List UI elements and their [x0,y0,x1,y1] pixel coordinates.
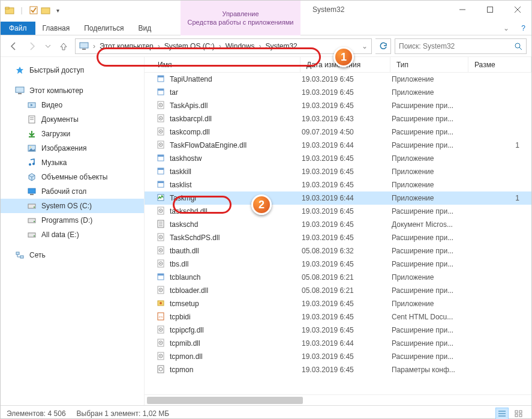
file-row[interactable]: <>tcpbidi19.03.2019 6:45Cent HTML Docu..… [145,310,531,324]
file-type: Приложение [392,154,470,163]
nav-item[interactable]: All data (E:) [1,228,144,242]
tab-share[interactable]: Поделиться [77,22,131,35]
tab-view[interactable]: Вид [131,22,158,35]
svg-point-61 [160,210,161,211]
file-row[interactable]: taskcomp.dll09.07.2019 4:50Расширение пр… [145,125,531,139]
nav-item[interactable]: Объемные объекты [1,170,144,184]
qat-folder-icon[interactable] [40,5,51,16]
file-type: Расширение при... [392,101,470,110]
chevron-right-icon[interactable]: › [91,42,97,50]
crumb-windows[interactable]: Windows [226,42,255,50]
nav-item[interactable]: Загрузки [1,127,144,141]
search-icon[interactable] [514,42,522,50]
nav-item[interactable]: Рабочий стол [1,184,144,199]
qat-checked-icon[interactable] [28,5,39,16]
address-bar[interactable]: › Этот компьютер › System OS (C:) › Wind… [75,38,372,54]
horizontal-scrollbar[interactable] [145,394,531,405]
ribbon-collapse-icon[interactable]: ⌄ [497,22,515,35]
nav-network[interactable]: Сеть [1,248,144,262]
back-button[interactable] [5,38,21,54]
nav-item[interactable]: Изображения [1,141,144,155]
qat-dropdown-icon[interactable]: ▾ [52,5,63,16]
chevron-right-icon[interactable]: › [257,42,263,50]
col-type[interactable]: Тип [390,57,468,72]
file-row[interactable]: taskschd.dll19.03.2019 6:45Расширение пр… [145,205,531,218]
svg-text:<>: <> [158,315,163,319]
file-name: taskcomp.dll [170,128,210,136]
recent-dropdown[interactable] [44,38,52,54]
svg-rect-39 [158,89,164,91]
minimize-button[interactable] [449,1,476,19]
ribbon: Файл Главная Поделиться Вид ⌄ ? [1,20,531,35]
nav-item[interactable]: Музыка [1,155,144,170]
nav-item[interactable]: Programms (D:) [1,213,144,228]
nav-item[interactable]: System OS (C:) [1,199,144,213]
file-name: tcblaunch [170,273,200,282]
refresh-button[interactable] [375,38,391,54]
file-row[interactable]: taskkill19.03.2019 6:45Приложение [145,165,531,178]
view-details-button[interactable] [495,408,509,420]
nav-label: Быстрый доступ [29,66,84,74]
file-row[interactable]: TapiUnattend19.03.2019 6:45Приложение [145,73,531,86]
up-button[interactable] [56,38,71,54]
file-date: 05.08.2019 6:21 [302,273,392,282]
file-row[interactable]: tcbloader.dll05.08.2019 6:21Расширение п… [145,284,531,297]
file-row[interactable]: tcblaunch05.08.2019 6:21Приложение [145,271,531,284]
file-row[interactable]: Taskmgr19.03.2019 6:44Приложение1 [145,191,531,205]
col-size[interactable]: Разме [468,57,531,72]
file-row[interactable]: tbs.dll19.03.2019 6:45Расширение при... [145,258,531,271]
chevron-right-icon[interactable]: › [156,42,162,50]
file-row[interactable]: taskhostw19.03.2019 6:45Приложение [145,152,531,165]
nav-label: Programms (D:) [41,216,92,225]
address-dropdown-icon[interactable]: ⌄ [358,42,368,50]
file-size: 1 [470,194,531,202]
nav-item[interactable]: Видео [1,98,144,112]
file-name: tcpmib.dll [170,339,200,348]
file-row[interactable]: tcpipcfg.dll19.03.2019 6:45Расширение пр… [145,324,531,337]
search-box[interactable] [395,38,527,54]
col-name[interactable]: Имя [145,57,300,72]
scroll-thumb[interactable] [147,397,303,404]
crumb-this-pc[interactable]: Этот компьютер [100,42,154,50]
file-row[interactable]: TaskApis.dll19.03.2019 6:45Расширение пр… [145,99,531,112]
file-row[interactable]: tcpmon.dll19.03.2019 6:45Расширение при.… [145,350,531,363]
file-list[interactable]: TapiUnattend19.03.2019 6:45Приложениеtar… [145,73,531,394]
navigation-pane[interactable]: Быстрый доступ Этот компьютер ВидеоДокум… [1,57,145,405]
forward-button[interactable] [25,38,40,54]
file-row[interactable]: taskbarcpl.dll19.03.2019 6:43Расширение … [145,112,531,125]
drive-icon [27,216,37,225]
file-row[interactable]: tcmsetup19.03.2019 6:45Приложение [145,297,531,310]
file-row[interactable]: taskschd19.03.2019 6:45Документ Micros..… [145,218,531,231]
tab-home[interactable]: Главная [35,22,77,35]
file-date: 19.03.2019 6:45 [302,75,392,83]
crumb-system32[interactable]: System32 [265,42,297,50]
file-row[interactable]: TaskSchdPS.dll19.03.2019 6:45Расширение … [145,231,531,244]
nav-this-pc[interactable]: Этот компьютер [1,83,144,98]
file-row[interactable]: tasklist19.03.2019 6:45Приложение [145,178,531,191]
file-date: 19.03.2019 6:45 [302,260,392,268]
svg-rect-37 [158,76,164,77]
close-button[interactable] [504,1,531,19]
maximize-button[interactable] [476,1,504,19]
file-name: tcpmon.dll [170,352,203,361]
img-icon [27,143,37,153]
svg-point-74 [160,263,161,264]
file-row[interactable]: tbauth.dll05.08.2019 6:32Расширение при.… [145,244,531,258]
nav-quick-access[interactable]: Быстрый доступ [1,63,144,77]
file-row[interactable]: tcpmib.dll19.03.2019 6:44Расширение при.… [145,337,531,350]
svg-rect-3 [41,8,50,14]
chevron-right-icon[interactable]: › [217,42,223,50]
svg-rect-27 [30,194,34,195]
file-row[interactable]: TaskFlowDataEngine.dll19.03.2019 6:44Рас… [145,139,531,152]
nav-label: Видео [41,101,62,109]
file-row[interactable]: tar19.03.2019 6:45Приложение [145,86,531,99]
file-date: 19.03.2019 6:45 [302,313,392,321]
file-tab[interactable]: Файл [1,22,35,35]
search-input[interactable] [399,42,501,50]
svg-point-89 [160,342,161,343]
view-icons-button[interactable] [512,408,525,420]
file-row[interactable]: tcpmon19.03.2019 6:45Параметры конф... [145,363,531,376]
help-icon[interactable]: ? [515,22,531,35]
nav-item[interactable]: Документы [1,112,144,127]
crumb-drive[interactable]: System OS (C:) [164,42,215,50]
